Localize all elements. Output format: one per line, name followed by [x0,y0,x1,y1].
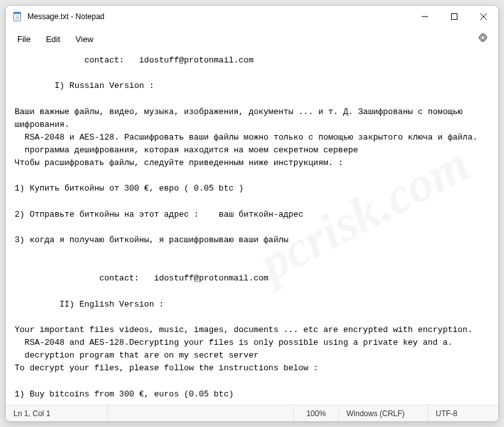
statusbar: Ln 1, Col 1 100% Windows (CRLF) UTF-8 [6,405,498,421]
gear-icon [478,34,488,45]
status-line-ending: Windows (CRLF) [339,405,428,421]
menubar: File Edit View [6,27,498,50]
svg-rect-1 [14,12,21,14]
status-zoom: 100% [294,405,339,421]
text-area[interactable]: contact: idostuff@protonmail.com I) Russ… [6,50,498,405]
notepad-icon [12,11,22,22]
minimize-button[interactable] [410,6,440,27]
menu-edit[interactable]: Edit [38,31,68,48]
window-controls [410,6,498,27]
svg-rect-6 [452,14,457,20]
status-position: Ln 1, Col 1 [6,405,108,421]
menu-view[interactable]: View [68,31,101,48]
titlebar: Message.txt - Notepad [6,6,498,27]
status-spacer [108,405,294,421]
settings-button[interactable] [471,29,494,49]
menu-file[interactable]: File [10,31,38,48]
maximize-button[interactable] [440,6,469,27]
notepad-window: Message.txt - Notepad File Edit View [5,5,499,422]
status-encoding: UTF-8 [428,405,498,421]
window-title: Message.txt - Notepad [27,12,105,21]
close-button[interactable] [469,6,498,27]
